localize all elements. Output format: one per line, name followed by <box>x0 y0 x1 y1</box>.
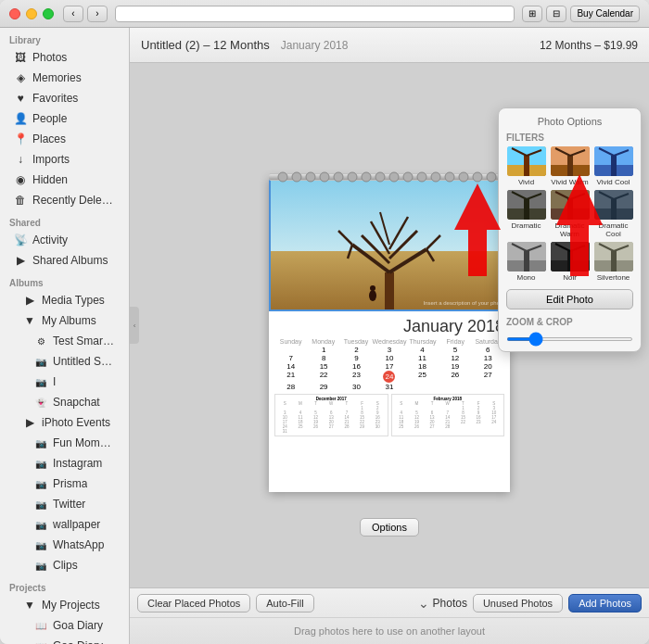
filter-dramatic[interactable]: Dramatic <box>506 190 546 238</box>
clear-placed-button[interactable]: Clear Placed Photos <box>137 594 250 612</box>
edit-photo-button[interactable]: Edit Photo <box>506 289 633 309</box>
sidebar-item-my-albums[interactable]: ▼ My Albums <box>4 310 125 331</box>
canvas-area[interactable]: ‹ <box>130 63 649 587</box>
grid-button[interactable]: ⊟ <box>546 6 566 22</box>
whatsapp-icon: 📷 <box>33 537 48 552</box>
back-button[interactable]: ‹ <box>63 6 83 22</box>
sidebar-item-instagram[interactable]: 📷 Instagram <box>4 453 125 474</box>
sidebar-item-label: Media Types <box>42 294 105 307</box>
filter-dramatic-preview <box>507 190 546 220</box>
sidebar-item-label: Recently Deleted <box>32 194 116 207</box>
sidebar-item-label: Favorites <box>32 92 78 105</box>
filter-vivid-cool-preview <box>594 146 633 176</box>
sidebar-item-label: Imports <box>32 153 70 166</box>
sidebar-item-wallpaper[interactable]: 📷 wallpaper <box>4 514 125 535</box>
sidebar-item-imports[interactable]: ↓ Imports <box>4 149 125 170</box>
svg-point-6 <box>334 172 343 182</box>
forward-button[interactable]: › <box>87 6 108 22</box>
sidebar-item-places[interactable]: 📍 Places <box>4 129 125 149</box>
sidebar-item-label: Activity <box>32 234 68 246</box>
mini-cal-prev: December 2017 SMTWTFS 12 3456789 1011121… <box>274 394 388 436</box>
filter-vivid[interactable]: Vivid <box>506 146 546 186</box>
smart-album-icon: ⚙ <box>33 334 48 348</box>
unused-photos-button[interactable]: Unused Photos <box>473 594 563 612</box>
chevron-down-icon: ▼ <box>22 313 37 328</box>
sidebar-item-twitter[interactable]: 📷 Twitter <box>4 494 125 514</box>
sidebar-item-label: Untitled Sma _ <box>53 355 116 368</box>
options-button[interactable]: Options <box>360 518 419 537</box>
sidebar-item-clips[interactable]: 📷 Clips <box>4 555 125 575</box>
zoom-section-label: ZOOM & CROP <box>506 317 633 327</box>
svg-point-32 <box>370 285 375 291</box>
buy-calendar-button[interactable]: Buy Calendar <box>570 6 640 22</box>
sidebar-item-whatsapp[interactable]: 📷 WhatsApp <box>4 535 125 555</box>
album-icon: 📷 <box>33 374 48 389</box>
sidebar-item-my-projects[interactable]: ▼ My Projects <box>4 595 125 615</box>
drop-area: Drag photos here to use on another layou… <box>130 618 649 644</box>
sidebar-item-label: I <box>53 375 56 388</box>
hidden-icon: ◉ <box>13 172 28 187</box>
sidebar-item-memories[interactable]: ◈ Memories <box>4 68 125 88</box>
svg-point-5 <box>320 172 329 182</box>
main-window: ‹ › ⊞ ⊟ Buy Calendar Library 🖼 Photos ◈ … <box>0 0 649 644</box>
filter-mono-label: Mono <box>516 273 535 282</box>
sidebar-item-label: Shared Albums <box>32 254 108 267</box>
sidebar-item-label: Memories <box>32 71 82 84</box>
sidebar-item-label: WhatsApp <box>53 538 104 551</box>
svg-point-14 <box>445 172 454 182</box>
filters-section-label: FILTERS <box>506 133 633 143</box>
minimize-button[interactable] <box>26 8 37 19</box>
sidebar-item-goa-diary[interactable]: 📖 Goa Diary <box>4 615 125 636</box>
sidebar-item-goa-diary-1[interactable]: 📖 Goa Diary (1) <box>4 636 125 644</box>
red-arrow-1 <box>445 183 510 276</box>
sidebar-item-photos[interactable]: 🖼 Photos <box>4 47 125 68</box>
bottom-toolbar: Clear Placed Photos Auto-Fill ⌄ Photos U… <box>130 588 649 618</box>
svg-rect-42 <box>567 156 573 176</box>
nav-buttons: ‹ › <box>63 6 108 22</box>
sidebar-item-untitled-sma[interactable]: 📷 Untitled Sma _ <box>4 351 125 372</box>
svg-point-15 <box>459 172 468 182</box>
sidebar-collapse-handle[interactable]: ‹ <box>130 307 139 344</box>
sidebar-item-label: Test Smart A... <box>53 335 116 347</box>
sidebar-item-label: Photos <box>32 51 67 64</box>
sidebar-item-prisma[interactable]: 📷 Prisma <box>4 474 125 494</box>
svg-point-16 <box>473 172 482 182</box>
sidebar-item-label: Snapchat <box>53 396 100 409</box>
svg-line-30 <box>426 249 434 261</box>
close-button[interactable] <box>9 8 20 19</box>
sidebar-item-people[interactable]: 👤 People <box>4 108 125 129</box>
sidebar-item-favorites[interactable]: ♥ Favorites <box>4 88 125 108</box>
layout-toggle-button[interactable]: ⊞ <box>522 6 542 22</box>
wallpaper-icon: 📷 <box>33 517 48 532</box>
zoom-slider[interactable] <box>506 337 633 341</box>
svg-rect-37 <box>524 156 529 176</box>
sidebar-item-label: wallpaper <box>53 518 100 531</box>
sidebar-item-test-smart[interactable]: ⚙ Test Smart A... <box>4 331 125 351</box>
albums-section: Albums ▶ Media Types ▼ My Albums ⚙ Test … <box>0 276 129 575</box>
maximize-button[interactable] <box>43 8 54 19</box>
svg-point-9 <box>375 172 385 182</box>
sidebar-item-fun-moments[interactable]: 📷 Fun Moments <box>4 433 125 453</box>
people-icon: 👤 <box>13 111 28 126</box>
sidebar-item-activity[interactable]: 📡 Activity <box>4 230 125 250</box>
collapse-icon: ‹ <box>134 322 136 330</box>
filter-mono[interactable]: Mono <box>506 242 546 282</box>
sidebar-item-snapchat[interactable]: 👻 Snapchat <box>4 392 125 412</box>
sidebar-item-shared-albums[interactable]: ▶ Shared Albums <box>4 250 125 271</box>
sidebar-item-label: iPhoto Events <box>42 416 110 429</box>
cal-week-4: 212223 24 252627 <box>274 371 504 383</box>
add-photos-button[interactable]: Add Photos <box>568 594 642 612</box>
sidebar-item-label: Places <box>32 133 66 145</box>
sidebar-item-hidden[interactable]: ◉ Hidden <box>4 170 125 190</box>
sidebar-item-iphoto-events[interactable]: ▶ iPhoto Events <box>4 412 125 433</box>
breadcrumb-sep: – <box>203 38 213 52</box>
month-label: January 2018 <box>274 315 504 338</box>
title-bar-right: ⊞ ⊟ Buy Calendar <box>522 6 640 22</box>
sidebar-item-recently-deleted[interactable]: 🗑 Recently Deleted <box>4 190 125 210</box>
sidebar-item-media-types[interactable]: ▶ Media Types <box>4 290 125 310</box>
auto-fill-button[interactable]: Auto-Fill <box>256 594 313 612</box>
chevron-down-icon: ▼ <box>22 598 37 612</box>
days-header: Sunday Monday Tuesday Wednesday Thursday… <box>274 338 504 345</box>
filter-dramatic-label: Dramatic <box>511 221 541 230</box>
sidebar-item-i[interactable]: 📷 I <box>4 372 125 392</box>
